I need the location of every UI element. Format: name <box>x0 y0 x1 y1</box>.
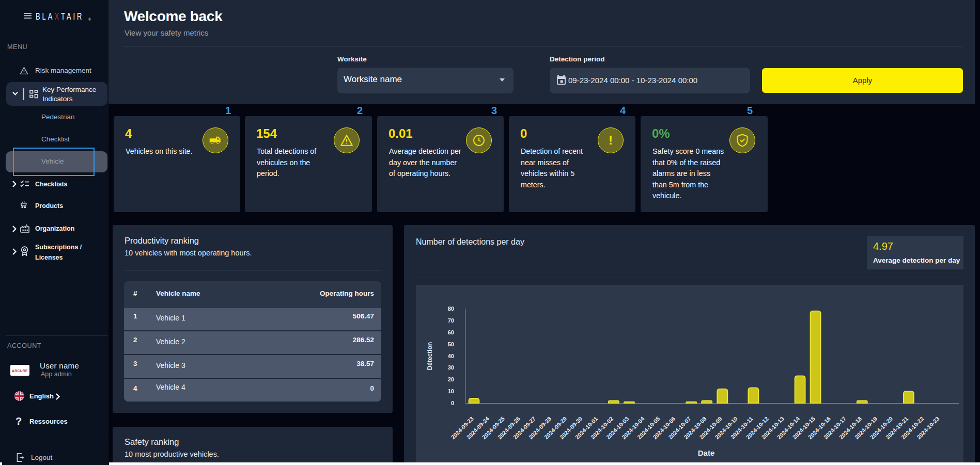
svg-text:Date: Date <box>698 448 715 457</box>
svg-text:80: 80 <box>448 306 454 312</box>
svg-text:Détection: Détection <box>426 342 433 371</box>
svg-text:70: 70 <box>448 317 454 324</box>
svg-text:40: 40 <box>448 353 454 359</box>
svg-text:10: 10 <box>448 388 454 394</box>
svg-text:0: 0 <box>451 400 454 406</box>
svg-text:30: 30 <box>448 364 454 371</box>
svg-text:60: 60 <box>448 329 454 335</box>
svg-text:20: 20 <box>448 376 454 382</box>
svg-text:50: 50 <box>448 341 454 347</box>
